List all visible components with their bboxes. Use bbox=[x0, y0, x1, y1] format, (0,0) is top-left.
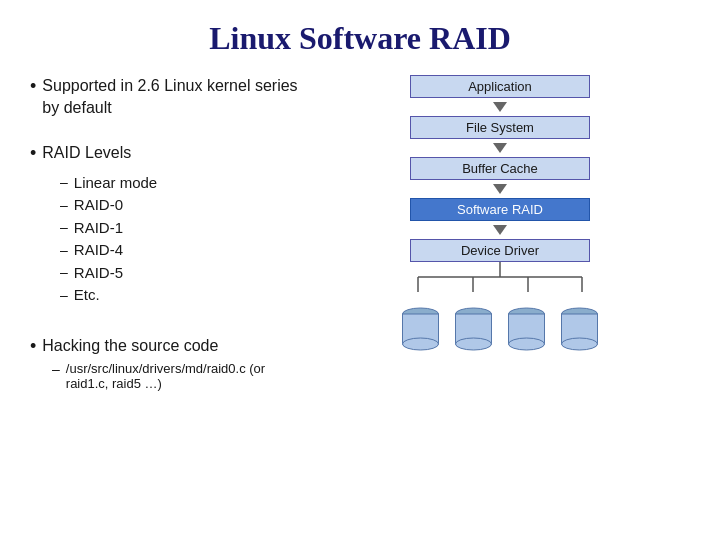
disks-row bbox=[398, 302, 602, 357]
list-item: – RAID-5 bbox=[60, 262, 300, 285]
bullet-section-3: • Hacking the source code – /usr/src/lin… bbox=[30, 331, 300, 391]
disk-icon-2 bbox=[451, 302, 496, 357]
list-item: – RAID-0 bbox=[60, 194, 300, 217]
stack-diagram: Application File System Buffer Cache bbox=[310, 75, 690, 357]
list-item: – RAID-1 bbox=[60, 217, 300, 240]
page: Linux Software RAID • Supported in 2.6 L… bbox=[0, 0, 720, 540]
svg-point-11 bbox=[456, 338, 492, 350]
svg-point-14 bbox=[509, 338, 545, 350]
page-title: Linux Software RAID bbox=[30, 20, 690, 57]
list-item: – Etc. bbox=[60, 284, 300, 307]
software-raid-box: Software RAID bbox=[410, 198, 590, 221]
arrow-4 bbox=[493, 225, 507, 235]
arrow-1 bbox=[493, 102, 507, 112]
svg-point-17 bbox=[562, 338, 598, 350]
bullet-section-1: • Supported in 2.6 Linux kernel series b… bbox=[30, 75, 300, 124]
bullet-dot-3: • bbox=[30, 335, 36, 358]
list-item-label: Etc. bbox=[74, 284, 100, 307]
buffer-cache-box: Buffer Cache bbox=[410, 157, 590, 180]
arrow-3 bbox=[493, 184, 507, 194]
left-column: • Supported in 2.6 Linux kernel series b… bbox=[30, 75, 300, 520]
bullet-3-text: Hacking the source code bbox=[42, 335, 218, 357]
list-item-label: Linear mode bbox=[74, 172, 157, 195]
disk-icon-3 bbox=[504, 302, 549, 357]
disk-icon-4 bbox=[557, 302, 602, 357]
disk-icon-1 bbox=[398, 302, 443, 357]
right-column: Application File System Buffer Cache bbox=[310, 75, 690, 520]
svg-point-8 bbox=[403, 338, 439, 350]
list-item-label: RAID-0 bbox=[74, 194, 123, 217]
branch-lines-svg bbox=[390, 262, 610, 292]
bullet-section-2: • RAID Levels – Linear mode – RAID-0 – R… bbox=[30, 142, 300, 306]
bullet-dot-1: • bbox=[30, 75, 36, 98]
list-item-label: RAID-1 bbox=[74, 217, 123, 240]
hacking-path: /usr/src/linux/drivers/md/raid0.c (or ra… bbox=[66, 361, 300, 391]
content-area: • Supported in 2.6 Linux kernel series b… bbox=[30, 75, 690, 520]
bullet-1-text: Supported in 2.6 Linux kernel series by … bbox=[42, 75, 300, 118]
bullet-2: • RAID Levels bbox=[30, 142, 300, 165]
hacking-sub-item: – /usr/src/linux/drivers/md/raid0.c (or … bbox=[52, 361, 300, 391]
arrow-2 bbox=[493, 143, 507, 153]
list-item: – RAID-4 bbox=[60, 239, 300, 262]
bullet-2-text: RAID Levels bbox=[42, 142, 131, 164]
device-driver-box: Device Driver bbox=[410, 239, 590, 262]
file-system-box: File System bbox=[410, 116, 590, 139]
list-item-label: RAID-4 bbox=[74, 239, 123, 262]
bullet-dot-2: • bbox=[30, 142, 36, 165]
list-item: – Linear mode bbox=[60, 172, 300, 195]
raid-levels-list: – Linear mode – RAID-0 – RAID-1 – RAID-4 bbox=[60, 172, 300, 307]
bullet-1: • Supported in 2.6 Linux kernel series b… bbox=[30, 75, 300, 118]
bullet-3: • Hacking the source code bbox=[30, 335, 300, 358]
application-box: Application bbox=[410, 75, 590, 98]
list-item-label: RAID-5 bbox=[74, 262, 123, 285]
